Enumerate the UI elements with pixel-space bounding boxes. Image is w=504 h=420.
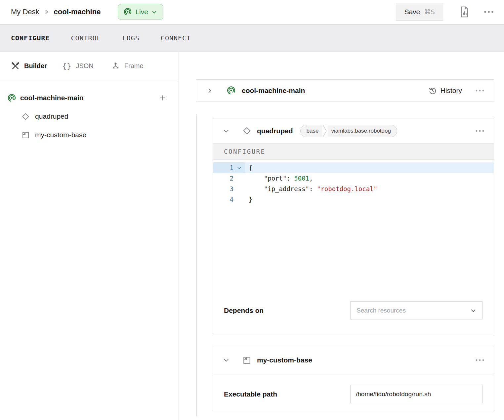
ellipsis-icon <box>475 89 484 92</box>
configure-main: cool-machine-main History <box>179 52 504 420</box>
tree-item-machine-part[interactable]: cool-machine-main <box>0 89 179 107</box>
quadruped-more-menu[interactable] <box>475 130 484 132</box>
plus-icon <box>159 94 167 102</box>
line-number: 1 <box>213 162 233 173</box>
module-title: my-custom-base <box>257 356 312 364</box>
tab-configure[interactable]: CONFIGURE <box>11 34 50 42</box>
save-label: Save <box>404 8 420 16</box>
view-json-label: JSON <box>76 62 93 70</box>
history-button[interactable]: History <box>428 86 462 95</box>
executable-path-label: Executable path <box>224 390 277 398</box>
custom-base-card-header: my-custom-base <box>213 346 494 374</box>
code-editor[interactable]: 1{2 "port": 5001,3 "ip_address": "robotd… <box>213 160 494 205</box>
executable-path-row: Executable path <box>213 385 494 403</box>
history-clock-icon <box>428 86 437 95</box>
depends-on-select[interactable]: Search resources <box>350 301 483 319</box>
code-line-text: { <box>245 162 252 173</box>
code-line-text: "ip_address": "robotdog.local" <box>245 184 377 194</box>
part-connector-line <box>196 114 197 416</box>
breadcrumb-current: cool-machine <box>54 8 101 16</box>
tree-item-quadruped[interactable]: quadruped <box>0 107 179 126</box>
tab-control[interactable]: CONTROL <box>71 34 101 42</box>
code-line[interactable]: 3 "ip_address": "robotdog.local" <box>213 184 494 194</box>
component-diamond-icon <box>21 112 30 121</box>
expand-part-button[interactable] <box>207 88 213 94</box>
part-title: cool-machine-main <box>242 87 305 95</box>
module-icon <box>242 356 251 365</box>
code-line[interactable]: 4} <box>213 194 494 205</box>
code-line-text: "port": 5001, <box>245 173 313 184</box>
tree-item-label: cool-machine-main <box>20 94 83 102</box>
page-tabs: CONFIGURE CONTROL LOGS CONNECT <box>0 24 504 52</box>
add-resource-button[interactable] <box>159 94 167 102</box>
view-builder-label: Builder <box>24 62 47 70</box>
chevron-down-icon <box>223 357 229 363</box>
badge-type: base <box>301 128 323 134</box>
tree-item-label: my-custom-base <box>35 131 86 139</box>
collapse-custom-base-button[interactable] <box>223 357 229 363</box>
code-line[interactable]: 2 "port": 5001, <box>213 173 494 184</box>
configure-section-label: CONFIGURE <box>224 148 265 155</box>
component-title: quadruped <box>257 127 293 135</box>
frame-axes-icon <box>111 62 120 70</box>
braces-icon: {} <box>62 62 72 70</box>
tree-item-label: quadruped <box>35 112 68 120</box>
breadcrumb-parent[interactable]: My Desk <box>11 8 39 16</box>
line-number: 4 <box>213 194 233 205</box>
badge-chevron-icon <box>322 125 328 137</box>
machine-status-dropdown[interactable]: Live <box>118 4 163 20</box>
ellipsis-icon <box>475 130 484 132</box>
chevron-right-icon <box>207 88 213 94</box>
resource-tree: cool-machine-main quadruped <box>0 80 179 144</box>
view-frame[interactable]: Frame <box>111 62 144 70</box>
chevron-down-icon <box>151 9 157 15</box>
ellipsis-icon <box>483 10 494 14</box>
module-icon <box>21 131 30 139</box>
machine-report-button[interactable] <box>460 6 470 18</box>
chevron-down-icon <box>470 308 476 314</box>
tab-connect[interactable]: CONNECT <box>161 34 191 42</box>
quadruped-card: quadruped base viamlabs:base:robotdog CO… <box>213 118 494 334</box>
code-line[interactable]: 1{ <box>213 162 494 173</box>
fold-chevron-icon[interactable] <box>233 162 245 173</box>
component-diamond-icon <box>242 126 251 135</box>
executable-path-input[interactable] <box>350 385 483 403</box>
view-frame-label: Frame <box>124 62 144 70</box>
ellipsis-icon <box>475 359 484 361</box>
tab-logs[interactable]: LOGS <box>122 34 140 42</box>
live-part-icon <box>7 94 16 103</box>
depends-on-label: Depends on <box>224 307 264 315</box>
top-bar: My Desk cool-machine Live Save ⌘S <box>0 0 504 24</box>
fold-gutter <box>233 194 245 205</box>
view-builder[interactable]: Builder <box>11 62 47 70</box>
fold-gutter <box>233 184 245 194</box>
part-more-menu[interactable] <box>475 89 484 92</box>
line-number: 3 <box>213 184 233 194</box>
file-chart-icon <box>460 6 470 18</box>
history-label: History <box>441 87 462 95</box>
builder-sidebar: Builder {} JSON Frame <box>0 52 179 420</box>
badge-model: viamlabs:base:robotdog <box>328 128 397 134</box>
component-type-badge: base viamlabs:base:robotdog <box>300 125 397 137</box>
depends-on-row: Depends on Search resources <box>213 301 494 319</box>
breadcrumb-chevron-icon <box>44 9 49 15</box>
topbar-more-menu[interactable] <box>483 10 494 14</box>
custom-base-more-menu[interactable] <box>475 359 484 361</box>
save-shortcut: ⌘S <box>424 8 435 16</box>
depends-on-placeholder: Search resources <box>357 307 406 314</box>
custom-base-card: my-custom-base Executable path <box>213 346 494 412</box>
view-json[interactable]: {} JSON <box>62 62 94 70</box>
save-button[interactable]: Save ⌘S <box>396 3 443 21</box>
tools-icon <box>11 62 20 70</box>
status-label: Live <box>135 8 148 16</box>
tree-item-my-custom-base[interactable]: my-custom-base <box>0 126 179 144</box>
collapse-quadruped-button[interactable] <box>223 128 229 134</box>
machine-part-card: cool-machine-main History <box>196 79 494 102</box>
line-number: 2 <box>213 173 233 184</box>
fold-gutter <box>233 173 245 184</box>
view-switcher: Builder {} JSON Frame <box>0 52 179 80</box>
live-broadcast-icon <box>123 8 132 16</box>
code-line-text: } <box>245 194 252 205</box>
chevron-down-icon <box>223 128 229 134</box>
live-part-icon <box>227 86 236 95</box>
